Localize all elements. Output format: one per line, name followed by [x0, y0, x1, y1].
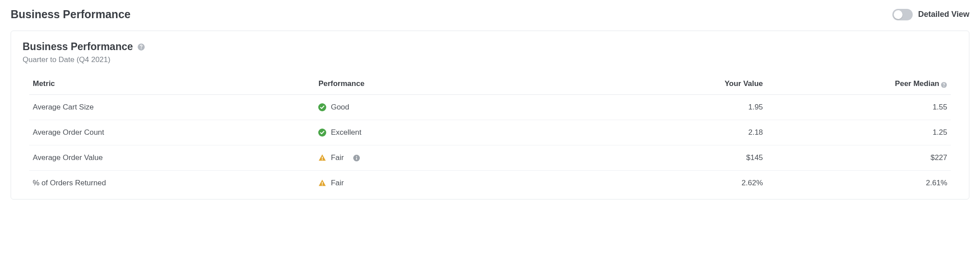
- table-row: Average Order CountExcellent2.181.25: [29, 120, 951, 145]
- your-value-cell: 2.18: [582, 120, 766, 145]
- col-header-performance: Performance: [315, 75, 582, 95]
- performance-cell: Excellent: [315, 120, 582, 145]
- info-icon[interactable]: [353, 154, 360, 162]
- your-value-cell: 1.95: [582, 95, 766, 120]
- page-title: Business Performance: [11, 8, 131, 21]
- performance-table: Metric Performance Your Value Peer Media…: [29, 75, 951, 195]
- detailed-view-toggle[interactable]: [892, 9, 913, 20]
- check-circle-icon: [318, 103, 326, 111]
- performance-cell: Fair: [315, 145, 582, 171]
- table-row: Average Order ValueFair$145$227: [29, 145, 951, 171]
- metric-cell: % of Orders Returned: [29, 171, 315, 196]
- col-header-peer-median: Peer Median: [767, 75, 951, 95]
- detailed-view-control: Detailed View: [892, 9, 969, 20]
- metric-cell: Average Cart Size: [29, 95, 315, 120]
- table-row: % of Orders ReturnedFair2.62%2.61%: [29, 171, 951, 196]
- table-row: Average Cart SizeGood1.951.55: [29, 95, 951, 120]
- detailed-view-label: Detailed View: [918, 10, 969, 19]
- your-value-cell: $145: [582, 145, 766, 171]
- performance-card: Business Performance Quarter to Date (Q4…: [11, 31, 969, 199]
- performance-cell: Good: [315, 95, 582, 120]
- metric-cell: Average Order Count: [29, 120, 315, 145]
- card-title: Business Performance: [23, 41, 133, 53]
- peer-median-cell: 1.25: [767, 120, 951, 145]
- performance-cell: Fair: [315, 171, 582, 196]
- performance-label: Fair: [331, 179, 343, 188]
- check-circle-icon: [318, 129, 326, 137]
- metric-cell: Average Order Value: [29, 145, 315, 171]
- peer-median-cell: 2.61%: [767, 171, 951, 196]
- your-value-cell: 2.62%: [582, 171, 766, 196]
- performance-label: Fair: [331, 153, 343, 162]
- help-icon[interactable]: [941, 82, 947, 88]
- col-header-peer-median-label: Peer Median: [895, 79, 939, 88]
- help-icon[interactable]: [137, 43, 145, 51]
- card-subtitle: Quarter to Date (Q4 2021): [23, 55, 957, 64]
- col-header-metric: Metric: [29, 75, 315, 95]
- warning-icon: [318, 179, 326, 187]
- col-header-your-value: Your Value: [582, 75, 766, 95]
- peer-median-cell: 1.55: [767, 95, 951, 120]
- performance-label: Excellent: [331, 128, 361, 137]
- warning-icon: [318, 154, 326, 162]
- toggle-knob: [894, 10, 903, 19]
- peer-median-cell: $227: [767, 145, 951, 171]
- performance-label: Good: [331, 103, 349, 112]
